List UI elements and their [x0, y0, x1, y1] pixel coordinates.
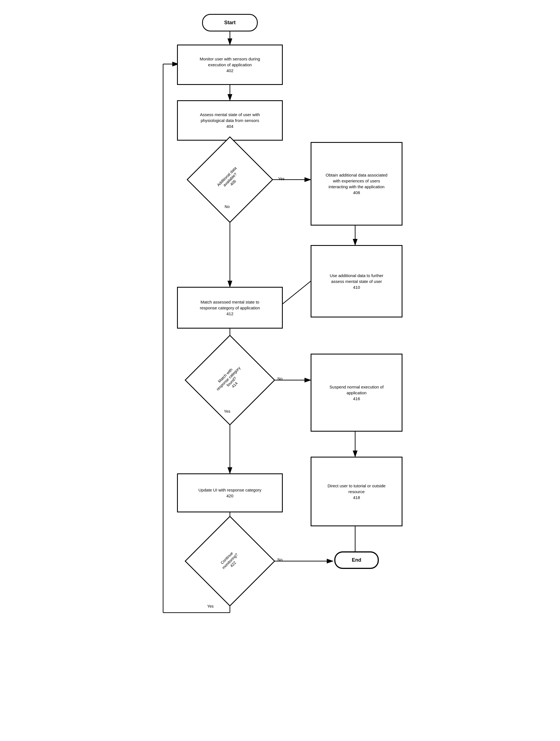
label-410: Use additional data to furtherassess men… [330, 273, 384, 290]
node-410: Use additional data to furtherassess men… [311, 245, 402, 318]
yes-label-422: Yes [204, 603, 217, 610]
node-416: Suspend normal execution ofapplication41… [311, 354, 402, 431]
label-416: Suspend normal execution ofapplication41… [330, 384, 384, 402]
no-label-414: No [273, 376, 287, 382]
label-412: Match assessed mental state toresponse c… [200, 299, 260, 317]
node-404: Assess mental state of user withphysiolo… [177, 100, 283, 141]
node-402: Monitor user with sensors duringexecutio… [177, 45, 283, 85]
node-406-container: Additional dataavailable?406 [185, 157, 274, 202]
label-406: Additional dataavailable?406 [216, 166, 244, 193]
label-404: Assess mental state of user withphysiolo… [200, 112, 260, 129]
node-414-container: Match withresponse categoryfound?414 [182, 354, 277, 407]
end-label: End [352, 557, 361, 563]
no-label-406: No [220, 203, 234, 210]
end-node: End [334, 551, 379, 569]
yes-label-406: Yes [273, 175, 290, 183]
node-422-container: Continuemonitoring?422 [182, 535, 277, 588]
label-408: Obtain additional data associatedwith ex… [326, 172, 387, 196]
yes-label-414: Yes [220, 408, 234, 415]
label-402: Monitor user with sensors duringexecutio… [200, 56, 260, 73]
label-422: Continuemonitoring?422 [218, 549, 242, 573]
node-418: Direct user to tutorial or outsideresour… [311, 457, 402, 526]
node-420: Update UI with response category420 [177, 473, 283, 513]
label-418: Direct user to tutorial or outsideresour… [328, 483, 386, 500]
node-412: Match assessed mental state toresponse c… [177, 287, 283, 329]
node-408: Obtain additional data associatedwith ex… [311, 142, 402, 225]
no-label-422: No [273, 556, 287, 563]
start-node: Start [202, 14, 258, 31]
start-label: Start [224, 19, 235, 26]
label-414: Match withresponse categoryfound?414 [212, 362, 248, 398]
label-420: Update UI with response category420 [198, 487, 261, 499]
flowchart: Start Monitor user with sensors duringex… [155, 6, 405, 702]
